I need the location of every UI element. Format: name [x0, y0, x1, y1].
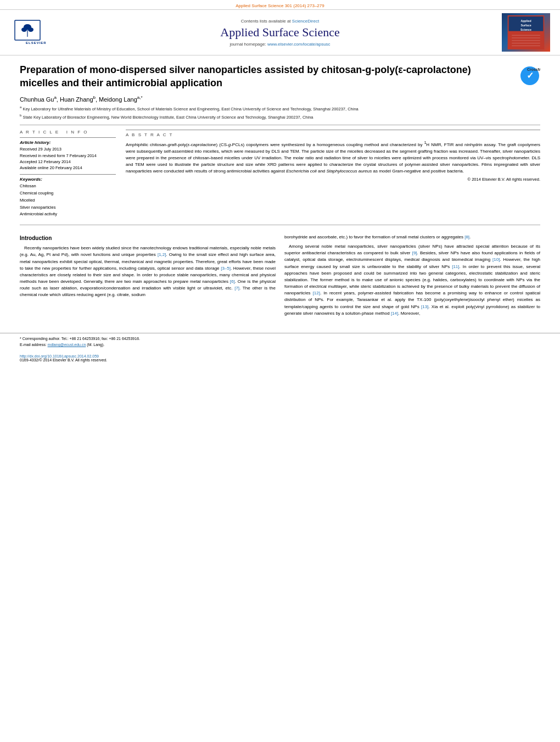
- sciencedirect-link[interactable]: ScienceDirect: [292, 19, 319, 24]
- footnote-email: E-mail address: mdlang@ecust.edu.cn (M. …: [20, 342, 540, 348]
- svg-text:Applied: Applied: [520, 19, 531, 23]
- svg-text:Surface: Surface: [520, 24, 531, 27]
- body-columns: Introduction Recently nanoparticles have…: [20, 234, 540, 320]
- article-info-box: Article history: Received 29 July 2013 R…: [20, 137, 116, 171]
- affiliations: a Key Laboratory for Ultrafine Materials…: [20, 105, 540, 120]
- svg-text:Science: Science: [520, 28, 531, 31]
- journal-title: Applied Surface Science: [58, 25, 502, 40]
- body-para-1: Recently nanoparticles have been widely …: [20, 245, 276, 298]
- svg-point-3: [21, 27, 27, 32]
- ref-1-2[interactable]: [1,2]: [158, 252, 166, 257]
- ref-14[interactable]: [14]: [391, 311, 398, 316]
- ref-11[interactable]: [11]: [452, 264, 459, 269]
- ref-7[interactable]: [7]: [234, 286, 239, 291]
- online-date: Available online 20 February 2014: [20, 165, 116, 171]
- article-history: Article history: Received 29 July 2013 R…: [20, 140, 116, 171]
- ref-6[interactable]: [6]: [230, 279, 235, 284]
- article-title: Preparation of mono-dispersed silver nan…: [20, 63, 511, 90]
- doi-line: http://dx.doi.org/10.1016/j.apsusc.2014.…: [20, 354, 540, 358]
- article-meta-section: A R T I C L E I N F O Article history: R…: [20, 130, 540, 218]
- revised-date: Received in revised form 7 February 2014: [20, 153, 116, 159]
- history-heading: Article history:: [20, 140, 116, 145]
- divider-2: [20, 225, 540, 225]
- crossmark-icon[interactable]: ✓ CrossMark: [519, 65, 540, 86]
- svg-text:✓: ✓: [527, 71, 534, 80]
- abstract-column: A B S T R A C T Amphiphilic chitosan-gra…: [126, 130, 540, 218]
- footer-urls: http://dx.doi.org/10.1016/j.apsusc.2014.…: [0, 352, 560, 364]
- title-section: Preparation of mono-dispersed silver nan…: [20, 63, 540, 90]
- introduction-heading: Introduction: [20, 234, 276, 242]
- keyword-1: Chitosan: [20, 183, 116, 190]
- ref-8[interactable]: [8]: [464, 235, 469, 239]
- contents-line: Contents lists available at ScienceDirec…: [58, 19, 502, 24]
- keyword-2: Chemical coupling: [20, 190, 116, 197]
- ref-13[interactable]: [13]: [421, 304, 428, 309]
- homepage-link[interactable]: www.elsevier.com/locate/apsusc: [267, 42, 331, 47]
- ref-10[interactable]: [10]: [492, 257, 500, 262]
- body-para-2: borohydride and ascorbate, etc.) to favo…: [284, 234, 540, 241]
- journal-logo-image: Applied Surface Science: [507, 15, 545, 49]
- body-para-3: Among several noble metal nanoparticles,…: [284, 243, 540, 317]
- keyword-4: Silver nanoparticles: [20, 204, 116, 211]
- body-right-column: borohydride and ascorbate, etc.) to favo…: [284, 234, 540, 320]
- svg-text:ELSEVIER: ELSEVIER: [26, 41, 47, 44]
- received-date: Received 29 July 2013: [20, 146, 116, 152]
- crossmark-svg: ✓ CrossMark: [519, 65, 540, 86]
- email-link[interactable]: mdlang@ecust.edu.cn: [48, 343, 86, 347]
- doi-link[interactable]: http://dx.doi.org/10.1016/j.apsusc.2014.…: [20, 354, 99, 358]
- keyword-3: Micelled: [20, 197, 116, 204]
- svg-text:CrossMark: CrossMark: [527, 68, 540, 71]
- body-left-column: Introduction Recently nanoparticles have…: [20, 234, 276, 320]
- journal-header: ELSEVIER Contents lists available at Sci…: [0, 9, 560, 55]
- article-info-label: A R T I C L E I N F O: [20, 130, 116, 135]
- accepted-date: Accepted 12 February 2014: [20, 159, 116, 165]
- divider-1: [20, 125, 540, 125]
- article-info-column: A R T I C L E I N F O Article history: R…: [20, 130, 116, 218]
- svg-point-4: [28, 27, 33, 32]
- journal-homepage: journal homepage: www.elsevier.com/locat…: [58, 42, 502, 47]
- keywords-heading: Keywords:: [20, 177, 116, 182]
- authors-line: Chunhua Gua, Huan Zhangb, Meidong Langa,…: [20, 96, 540, 103]
- abstract-text: Amphiphilic chitosan-graft-poly(ε-caprol…: [126, 140, 540, 175]
- paper-content: Preparation of mono-dispersed silver nan…: [0, 55, 560, 325]
- footnote-corresponding: * Corresponding author. Tel.: +86 21 642…: [20, 336, 540, 342]
- abstract-section: A B S T R A C T Amphiphilic chitosan-gra…: [126, 130, 540, 182]
- elsevier-logo-svg: ELSEVIER: [12, 18, 56, 48]
- header-center: Contents lists available at ScienceDirec…: [58, 19, 502, 47]
- keywords-box: Keywords: Chitosan Chemical coupling Mic…: [20, 174, 116, 218]
- issn-line: 0169-4332/© 2014 Elsevier B.V. All right…: [20, 358, 540, 362]
- affiliation-a: a Key Laboratory for Ultrafine Materials…: [20, 105, 540, 112]
- journal-logo-box: Applied Surface Science: [502, 13, 550, 52]
- abstract-label: A B S T R A C T: [126, 132, 540, 137]
- footer-section: * Corresponding author. Tel.: +86 21 642…: [0, 333, 560, 352]
- keyword-5: Antimicrobial activity: [20, 211, 116, 218]
- ref-3-5[interactable]: [3–5]: [221, 266, 231, 271]
- elsevier-logo: ELSEVIER: [10, 18, 58, 48]
- svg-rect-11: [509, 32, 544, 49]
- copyright-line: © 2014 Elsevier B.V. All rights reserved…: [126, 177, 540, 182]
- ref-9[interactable]: [9]: [412, 250, 417, 255]
- affiliation-b: b State Key Laboratory of Bioreactor Eng…: [20, 113, 540, 120]
- ref-12[interactable]: [12]: [313, 291, 320, 295]
- journal-citation: Applied Surface Science 301 (2014) 273–2…: [236, 3, 324, 8]
- journal-bar: Applied Surface Science 301 (2014) 273–2…: [0, 0, 560, 9]
